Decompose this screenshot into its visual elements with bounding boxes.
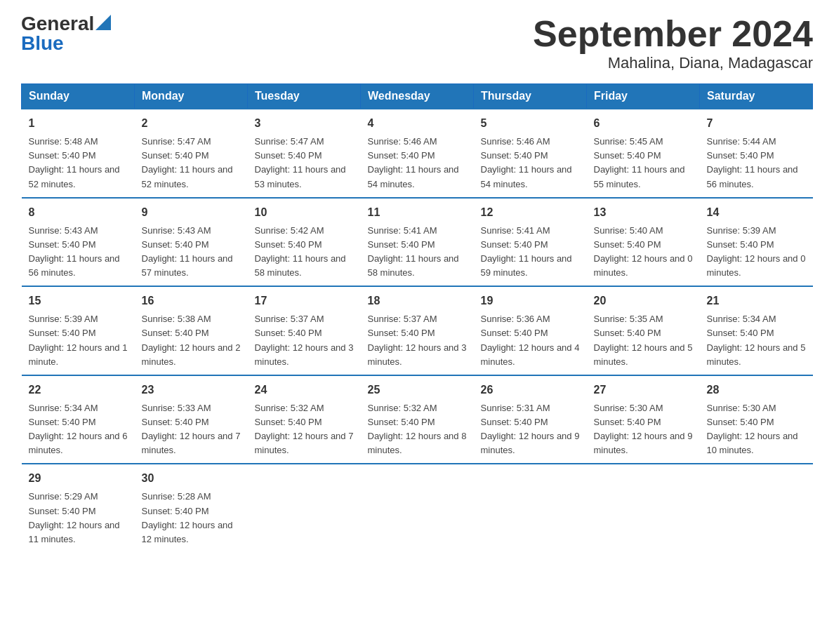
day-info: Sunrise: 5:46 AMSunset: 5:40 PMDaylight:…: [481, 136, 572, 189]
calendar-cell: 4 Sunrise: 5:46 AMSunset: 5:40 PMDayligh…: [361, 109, 474, 198]
calendar-table: Sunday Monday Tuesday Wednesday Thursday…: [21, 83, 813, 552]
header-sunday: Sunday: [22, 84, 135, 109]
logo-blue: Blue: [21, 34, 64, 53]
day-info: Sunrise: 5:32 AMSunset: 5:40 PMDaylight:…: [255, 403, 354, 455]
day-number: 15: [29, 293, 128, 309]
day-info: Sunrise: 5:46 AMSunset: 5:40 PMDaylight:…: [368, 136, 459, 189]
day-number: 11: [368, 204, 467, 221]
calendar-cell: 5 Sunrise: 5:46 AMSunset: 5:40 PMDayligh…: [474, 109, 587, 198]
day-number: 22: [29, 382, 128, 398]
calendar-cell: 30 Sunrise: 5:28 AMSunset: 5:40 PMDaylig…: [135, 464, 248, 552]
logo-flag-icon: [95, 15, 111, 30]
header-wednesday: Wednesday: [361, 84, 474, 109]
calendar-cell: 26 Sunrise: 5:31 AMSunset: 5:40 PMDaylig…: [474, 375, 587, 464]
calendar-cell: 22 Sunrise: 5:34 AMSunset: 5:40 PMDaylig…: [22, 375, 135, 464]
day-number: 19: [481, 293, 580, 309]
calendar-cell: [700, 464, 813, 552]
day-info: Sunrise: 5:39 AMSunset: 5:40 PMDaylight:…: [707, 225, 806, 278]
day-info: Sunrise: 5:29 AMSunset: 5:40 PMDaylight:…: [29, 491, 120, 544]
day-number: 25: [368, 382, 467, 398]
day-number: 3: [255, 115, 354, 132]
week-row: 8 Sunrise: 5:43 AMSunset: 5:40 PMDayligh…: [22, 198, 813, 287]
calendar-header-row: Sunday Monday Tuesday Wednesday Thursday…: [22, 84, 813, 109]
logo-general: General: [21, 14, 94, 34]
day-info: Sunrise: 5:39 AMSunset: 5:40 PMDaylight:…: [29, 314, 128, 366]
calendar-cell: 24 Sunrise: 5:32 AMSunset: 5:40 PMDaylig…: [248, 375, 361, 464]
calendar-cell: 11 Sunrise: 5:41 AMSunset: 5:40 PMDaylig…: [361, 198, 474, 287]
day-info: Sunrise: 5:35 AMSunset: 5:40 PMDaylight:…: [594, 314, 693, 366]
calendar-cell: 18 Sunrise: 5:37 AMSunset: 5:40 PMDaylig…: [361, 286, 474, 375]
day-number: 2: [142, 115, 241, 132]
day-info: Sunrise: 5:37 AMSunset: 5:40 PMDaylight:…: [368, 314, 467, 366]
day-number: 8: [29, 204, 128, 221]
day-number: 20: [594, 293, 693, 309]
day-number: 10: [255, 204, 354, 221]
day-info: Sunrise: 5:28 AMSunset: 5:40 PMDaylight:…: [142, 491, 233, 544]
week-row: 29 Sunrise: 5:29 AMSunset: 5:40 PMDaylig…: [22, 464, 813, 552]
day-number: 4: [368, 115, 467, 132]
calendar-cell: 25 Sunrise: 5:32 AMSunset: 5:40 PMDaylig…: [361, 375, 474, 464]
day-number: 23: [142, 382, 241, 398]
day-info: Sunrise: 5:37 AMSunset: 5:40 PMDaylight:…: [255, 314, 354, 366]
day-number: 9: [142, 204, 241, 221]
calendar-cell: 2 Sunrise: 5:47 AMSunset: 5:40 PMDayligh…: [135, 109, 248, 198]
day-number: 6: [594, 115, 693, 132]
day-info: Sunrise: 5:43 AMSunset: 5:40 PMDaylight:…: [142, 225, 233, 278]
calendar-cell: 1 Sunrise: 5:48 AMSunset: 5:40 PMDayligh…: [22, 109, 135, 198]
calendar-cell: 12 Sunrise: 5:41 AMSunset: 5:40 PMDaylig…: [474, 198, 587, 287]
day-number: 30: [142, 470, 241, 487]
day-number: 7: [707, 115, 806, 132]
calendar-cell: 17 Sunrise: 5:37 AMSunset: 5:40 PMDaylig…: [248, 286, 361, 375]
day-info: Sunrise: 5:47 AMSunset: 5:40 PMDaylight:…: [142, 136, 233, 189]
day-number: 1: [29, 115, 128, 132]
day-info: Sunrise: 5:44 AMSunset: 5:40 PMDaylight:…: [707, 136, 798, 189]
day-info: Sunrise: 5:30 AMSunset: 5:40 PMDaylight:…: [594, 403, 693, 455]
calendar-cell: 15 Sunrise: 5:39 AMSunset: 5:40 PMDaylig…: [22, 286, 135, 375]
day-info: Sunrise: 5:48 AMSunset: 5:40 PMDaylight:…: [29, 136, 120, 189]
calendar-cell: [248, 464, 361, 552]
header-thursday: Thursday: [474, 84, 587, 109]
day-info: Sunrise: 5:41 AMSunset: 5:40 PMDaylight:…: [481, 225, 572, 278]
header-friday: Friday: [587, 84, 700, 109]
page-header: General Blue September 2024 Mahalina, Di…: [21, 14, 813, 72]
calendar-cell: 20 Sunrise: 5:35 AMSunset: 5:40 PMDaylig…: [587, 286, 700, 375]
calendar-cell: [361, 464, 474, 552]
title-block: September 2024 Mahalina, Diana, Madagasc…: [533, 14, 813, 72]
calendar-cell: 28 Sunrise: 5:30 AMSunset: 5:40 PMDaylig…: [700, 375, 813, 464]
day-number: 24: [255, 382, 354, 398]
header-tuesday: Tuesday: [248, 84, 361, 109]
week-row: 1 Sunrise: 5:48 AMSunset: 5:40 PMDayligh…: [22, 109, 813, 198]
calendar-cell: 8 Sunrise: 5:43 AMSunset: 5:40 PMDayligh…: [22, 198, 135, 287]
calendar-cell: 16 Sunrise: 5:38 AMSunset: 5:40 PMDaylig…: [135, 286, 248, 375]
day-number: 16: [142, 293, 241, 309]
day-number: 29: [29, 470, 128, 487]
calendar-cell: 10 Sunrise: 5:42 AMSunset: 5:40 PMDaylig…: [248, 198, 361, 287]
day-number: 26: [481, 382, 580, 398]
day-info: Sunrise: 5:45 AMSunset: 5:40 PMDaylight:…: [594, 136, 685, 189]
day-number: 17: [255, 293, 354, 309]
week-row: 22 Sunrise: 5:34 AMSunset: 5:40 PMDaylig…: [22, 375, 813, 464]
header-monday: Monday: [135, 84, 248, 109]
day-info: Sunrise: 5:34 AMSunset: 5:40 PMDaylight:…: [29, 403, 128, 455]
day-info: Sunrise: 5:42 AMSunset: 5:40 PMDaylight:…: [255, 225, 346, 278]
page-subtitle: Mahalina, Diana, Madagascar: [533, 54, 813, 72]
day-info: Sunrise: 5:33 AMSunset: 5:40 PMDaylight:…: [142, 403, 241, 455]
week-row: 15 Sunrise: 5:39 AMSunset: 5:40 PMDaylig…: [22, 286, 813, 375]
day-number: 27: [594, 382, 693, 398]
day-info: Sunrise: 5:34 AMSunset: 5:40 PMDaylight:…: [707, 314, 806, 366]
day-info: Sunrise: 5:30 AMSunset: 5:40 PMDaylight:…: [707, 403, 798, 455]
calendar-cell: 14 Sunrise: 5:39 AMSunset: 5:40 PMDaylig…: [700, 198, 813, 287]
calendar-cell: 19 Sunrise: 5:36 AMSunset: 5:40 PMDaylig…: [474, 286, 587, 375]
day-info: Sunrise: 5:41 AMSunset: 5:40 PMDaylight:…: [368, 225, 459, 278]
calendar-cell: 21 Sunrise: 5:34 AMSunset: 5:40 PMDaylig…: [700, 286, 813, 375]
day-number: 13: [594, 204, 693, 221]
calendar-cell: 13 Sunrise: 5:40 AMSunset: 5:40 PMDaylig…: [587, 198, 700, 287]
day-info: Sunrise: 5:31 AMSunset: 5:40 PMDaylight:…: [481, 403, 580, 455]
day-info: Sunrise: 5:36 AMSunset: 5:40 PMDaylight:…: [481, 314, 580, 366]
day-info: Sunrise: 5:47 AMSunset: 5:40 PMDaylight:…: [255, 136, 346, 189]
day-info: Sunrise: 5:32 AMSunset: 5:40 PMDaylight:…: [368, 403, 467, 455]
calendar-cell: 9 Sunrise: 5:43 AMSunset: 5:40 PMDayligh…: [135, 198, 248, 287]
day-number: 12: [481, 204, 580, 221]
calendar-cell: 6 Sunrise: 5:45 AMSunset: 5:40 PMDayligh…: [587, 109, 700, 198]
page-title: September 2024: [533, 14, 813, 54]
